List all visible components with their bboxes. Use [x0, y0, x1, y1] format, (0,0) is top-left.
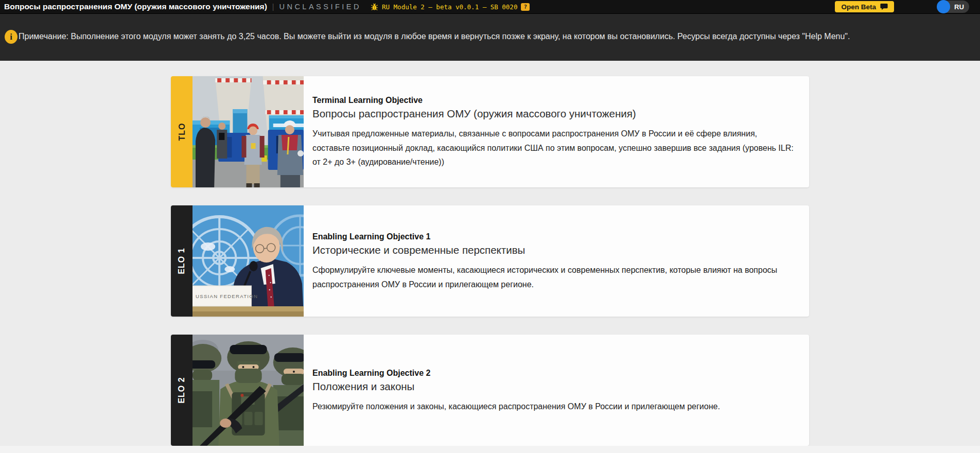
card-title: Вопросы распространения ОМУ (оружия масс… — [312, 107, 794, 121]
notice-text: Примечание: Выполнение этого модуля може… — [19, 28, 959, 45]
tab-tlo-label: TLO — [177, 123, 186, 141]
card-image-un-conference: USSIAN FEDERATION — [192, 205, 304, 317]
title-separator: | — [272, 3, 274, 11]
speech-bubble-icon — [880, 3, 888, 10]
card-image-nuclear-plant — [192, 76, 304, 187]
open-beta-button[interactable]: Open Beta — [835, 1, 894, 12]
language-toggle[interactable]: RU — [937, 1, 969, 13]
page-title: Вопросы распространения ОМУ (оружия масс… — [4, 2, 267, 11]
un-press-conference-photo: USSIAN FEDERATION — [192, 205, 304, 317]
card-eyebrow: Enabling Learning Objective 1 — [312, 231, 794, 242]
tab-elo2: ELO 2 — [171, 335, 192, 446]
tab-tlo: TLO — [171, 76, 192, 187]
tab-elo1: ELO 1 — [171, 205, 192, 317]
objective-card-elo1[interactable]: ELO 1 — [171, 205, 809, 317]
top-bar: Вопросы распространения ОМУ (оружия масс… — [0, 0, 980, 13]
tab-elo1-label: ELO 1 — [177, 248, 186, 274]
card-text-tlo: Terminal Learning Objective Вопросы расп… — [304, 76, 809, 187]
info-icon: i — [5, 30, 18, 44]
card-text-elo1: Enabling Learning Objective 1 Историческ… — [304, 205, 809, 317]
soldiers-photo — [192, 335, 304, 446]
card-eyebrow: Enabling Learning Objective 2 — [312, 367, 794, 379]
card-image-soldiers — [192, 335, 304, 446]
tab-elo2-label: ELO 2 — [177, 377, 186, 403]
bug-icon — [371, 3, 378, 11]
card-description: Учитывая предложенные материалы, связанн… — [312, 127, 794, 169]
language-label: RU — [954, 3, 964, 11]
card-title: Исторические и современные перспективы — [312, 243, 794, 257]
card-eyebrow: Terminal Learning Objective — [312, 94, 794, 106]
toggle-knob[interactable] — [937, 0, 950, 13]
card-title: Положения и законы — [312, 379, 794, 394]
card-text-elo2: Enabling Learning Objective 2 Положения … — [304, 335, 809, 446]
nameplate-text: USSIAN FEDERATION — [196, 293, 258, 299]
module-version-label: RU Module 2 — beta v0.0.1 — SB 0020 — [382, 3, 517, 11]
nuclear-plant-photo — [192, 76, 304, 187]
classification-label: UNCLASSIFIED — [279, 3, 361, 11]
objective-card-elo2[interactable]: ELO 2 — [171, 335, 809, 446]
help-badge[interactable]: ? — [521, 3, 530, 11]
card-description: Резюмируйте положения и законы, касающие… — [312, 399, 794, 414]
open-beta-label: Open Beta — [841, 3, 876, 11]
topbar-right-controls: Open Beta RU — [835, 1, 974, 13]
page-bottom-strip — [0, 446, 980, 453]
card-description: Сформулируйте ключевые моменты, касающие… — [312, 263, 794, 291]
main-content: TLO — [0, 61, 980, 453]
notice-banner: i Примечание: Выполнение этого модуля мо… — [0, 13, 980, 61]
objective-card-tlo[interactable]: TLO — [171, 76, 809, 187]
